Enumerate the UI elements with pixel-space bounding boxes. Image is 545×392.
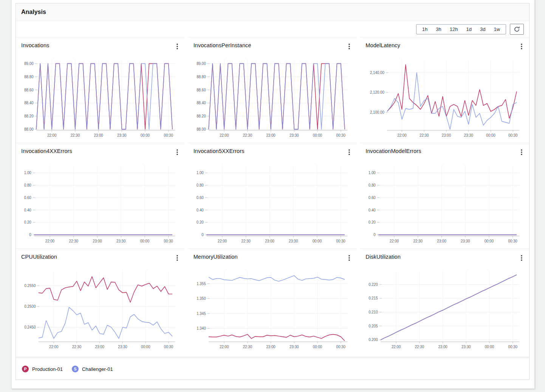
chart-menu-button[interactable] (175, 148, 180, 156)
kebab-icon (348, 255, 350, 261)
svg-text:0.80: 0.80 (368, 183, 376, 187)
kebab-icon (177, 255, 178, 261)
svg-text:22:30: 22:30 (243, 133, 252, 137)
svg-text:0.200: 0.200 (368, 338, 378, 342)
chart-menu-button[interactable] (175, 43, 180, 50)
chart-menu-button[interactable] (175, 254, 180, 262)
chart-panel-model-latency: ModelLatency 22:0022:3023:0023:3000:0000… (360, 37, 529, 143)
svg-text:1.350: 1.350 (197, 296, 206, 301)
range-button-3h[interactable]: 3h (432, 25, 445, 34)
svg-text:0.215: 0.215 (368, 296, 378, 300)
svg-text:88.60: 88.60 (24, 88, 34, 92)
chart-menu-button[interactable] (519, 43, 524, 50)
chart-canvas-memory-utilization: 22:0022:3023:0023:3000:0000:301.3551.350… (194, 267, 352, 352)
chart-canvas-cpu-utilization: 22:0022:3023:0023:3000:0000:300.25500.25… (21, 267, 180, 352)
svg-text:23:00: 23:00 (437, 239, 447, 243)
svg-text:0.80: 0.80 (24, 183, 31, 187)
svg-text:22:30: 22:30 (420, 133, 429, 137)
svg-text:88.00: 88.00 (24, 127, 34, 131)
svg-text:00:00: 00:00 (141, 133, 150, 137)
svg-text:00:00: 00:00 (485, 345, 494, 349)
chart-title: ModelLatency (365, 42, 400, 48)
svg-text:1.355: 1.355 (197, 281, 206, 286)
svg-text:23:30: 23:30 (117, 133, 127, 137)
svg-text:88.20: 88.20 (197, 114, 206, 118)
range-button-1h[interactable]: 1h (418, 25, 432, 34)
svg-text:2,100.00: 2,100.00 (370, 110, 384, 114)
kebab-icon (348, 149, 350, 155)
svg-text:0.2550: 0.2550 (24, 284, 36, 288)
svg-text:00:00: 00:00 (486, 133, 496, 137)
svg-text:0.40: 0.40 (196, 208, 203, 212)
svg-text:22:00: 22:00 (45, 239, 55, 243)
range-button-3d[interactable]: 3d (476, 25, 489, 34)
svg-text:00:00: 00:00 (313, 345, 322, 349)
svg-text:22:30: 22:30 (415, 345, 424, 349)
svg-text:22:00: 22:00 (49, 345, 59, 349)
time-range-selector: 1h3h12h1d3d1w (416, 24, 506, 34)
chart-menu-button[interactable] (347, 148, 351, 156)
chart-menu-button[interactable] (347, 254, 351, 262)
svg-text:89.00: 89.00 (197, 62, 206, 66)
svg-text:00:00: 00:00 (313, 133, 322, 137)
chart-title: DiskUtilization (365, 254, 401, 260)
range-button-12h[interactable]: 12h (446, 25, 462, 34)
card-header: Analysis (16, 3, 529, 21)
svg-text:00:30: 00:30 (336, 345, 345, 349)
chart-title: InvocationsPerInstance (194, 42, 251, 48)
svg-text:88.00: 88.00 (197, 127, 206, 131)
svg-text:88.40: 88.40 (197, 101, 206, 105)
kebab-icon (521, 149, 522, 155)
svg-text:22:00: 22:00 (220, 133, 229, 137)
card-body: 1h3h12h1d3d1w Invocations (16, 21, 529, 380)
chart-menu-button[interactable] (519, 254, 524, 262)
content-panel: Analysis 1h3h12h1d3d1w Invocations (11, 0, 535, 389)
svg-text:0.60: 0.60 (196, 195, 203, 199)
chart-title: InvocationModelErrors (365, 148, 421, 154)
chart-menu-button[interactable] (519, 148, 524, 156)
page-title: Analysis (21, 9, 46, 15)
chart-canvas-disk-utilization: 22:0022:3023:0023:3000:0000:300.2200.215… (365, 267, 524, 352)
svg-text:23:30: 23:30 (290, 133, 299, 137)
svg-text:88.20: 88.20 (24, 114, 34, 118)
svg-text:22:00: 22:00 (390, 239, 399, 243)
chart-panel-cpu-utilization: CPUUtilization 22:0022:3023:0023:3000:00… (16, 248, 185, 354)
chart-title: Invocation4XXErrors (21, 148, 72, 154)
svg-text:00:30: 00:30 (336, 239, 345, 243)
chart-title: Invocation5XXErrors (194, 148, 245, 154)
svg-text:00:30: 00:30 (508, 133, 518, 137)
svg-text:88.80: 88.80 (24, 74, 34, 79)
svg-text:23:00: 23:00 (265, 239, 274, 243)
svg-text:0.210: 0.210 (368, 310, 378, 314)
refresh-icon (514, 26, 520, 32)
chart-canvas-invocations-per-instance: 22:0022:3023:0023:3000:0000:3089.0088.80… (194, 56, 352, 141)
svg-text:23:30: 23:30 (116, 239, 126, 243)
svg-text:00:30: 00:30 (164, 239, 173, 243)
svg-text:23:30: 23:30 (461, 239, 470, 243)
svg-text:0.60: 0.60 (24, 195, 31, 199)
svg-text:00:30: 00:30 (164, 133, 173, 137)
svg-text:0.80: 0.80 (196, 183, 203, 187)
chart-canvas-invocation-5xx-errors: 22:0022:3023:0023:3000:0000:301.000.800.… (194, 162, 352, 247)
chart-menu-button[interactable] (347, 43, 351, 50)
svg-text:22:30: 22:30 (69, 239, 79, 243)
svg-text:00:00: 00:00 (141, 345, 150, 349)
svg-text:22:00: 22:00 (392, 345, 401, 349)
chart-title: CPUUtilization (21, 254, 57, 260)
svg-text:0.40: 0.40 (24, 208, 31, 212)
svg-text:22:00: 22:00 (47, 133, 57, 137)
range-button-1w[interactable]: 1w (489, 25, 504, 34)
svg-text:88.40: 88.40 (24, 101, 34, 105)
chart-panel-invocation-model-errors: InvocationModelErrors 22:0022:3023:0023:… (360, 143, 529, 248)
chart-panel-memory-utilization: MemoryUtilization 22:0022:3023:0023:3000… (188, 248, 357, 354)
legend: P Production-01 S Challenger-01 (16, 358, 529, 380)
range-button-1d[interactable]: 1d (462, 25, 475, 34)
svg-text:22:00: 22:00 (220, 345, 229, 349)
chart-canvas-invocation-model-errors: 22:0022:3023:0023:3000:0000:301.000.800.… (365, 162, 524, 247)
svg-text:2,120.00: 2,120.00 (370, 90, 384, 94)
svg-text:1.00: 1.00 (24, 171, 31, 175)
svg-text:23:30: 23:30 (464, 133, 474, 137)
refresh-button[interactable] (510, 24, 524, 35)
svg-text:0: 0 (29, 233, 31, 237)
svg-text:00:30: 00:30 (508, 345, 518, 349)
